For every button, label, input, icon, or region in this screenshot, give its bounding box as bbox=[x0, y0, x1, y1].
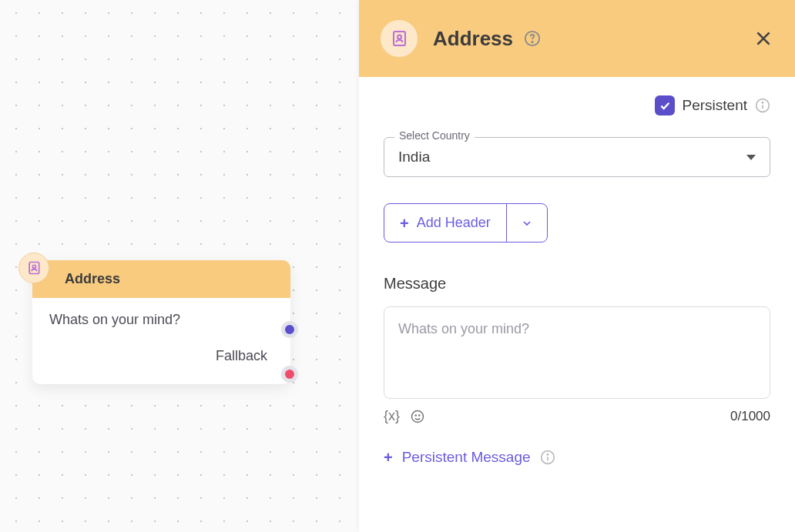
message-label: Message bbox=[384, 275, 770, 293]
panel-body: Persistent Select Country India + Add He… bbox=[359, 77, 795, 532]
panel-title: Address bbox=[433, 27, 513, 51]
message-input[interactable]: Whats on your mind? bbox=[384, 306, 770, 399]
node-prompt: Whats on your mind? bbox=[49, 312, 273, 328]
plus-icon: + bbox=[384, 450, 393, 465]
address-icon bbox=[381, 20, 418, 57]
persistent-message-label: Persistent Message bbox=[402, 449, 531, 466]
svg-point-17 bbox=[412, 410, 424, 422]
svg-point-11 bbox=[532, 42, 532, 42]
add-header-button[interactable]: + Add Header bbox=[384, 204, 506, 242]
add-header-dropdown[interactable] bbox=[506, 204, 547, 242]
country-select-label: Select Country bbox=[394, 129, 475, 142]
svg-point-1 bbox=[32, 265, 35, 268]
close-button[interactable] bbox=[753, 28, 773, 49]
persistent-row: Persistent bbox=[384, 95, 770, 115]
info-icon[interactable] bbox=[755, 98, 770, 113]
persistent-label: Persistent bbox=[683, 97, 747, 114]
add-header-group: + Add Header bbox=[384, 203, 548, 243]
country-select-wrap: Select Country India bbox=[384, 137, 770, 177]
flow-canvas[interactable]: Address Whats on your mind? Fallback bbox=[0, 0, 359, 532]
persistent-message-button[interactable]: + Persistent Message bbox=[384, 449, 770, 466]
node-body: Whats on your mind? Fallback bbox=[32, 298, 290, 384]
output-port-fallback[interactable] bbox=[281, 366, 298, 383]
svg-point-16 bbox=[762, 102, 763, 103]
emoji-icon[interactable] bbox=[411, 410, 424, 423]
country-select-value: India bbox=[398, 149, 430, 166]
node-title: Address bbox=[32, 260, 290, 298]
fallback-label: Fallback bbox=[49, 348, 273, 364]
char-counter: 0/1000 bbox=[730, 409, 770, 424]
chevron-down-icon bbox=[746, 155, 756, 160]
help-icon[interactable] bbox=[524, 30, 541, 47]
persistent-checkbox[interactable] bbox=[655, 95, 675, 115]
output-port-main[interactable] bbox=[281, 321, 298, 338]
svg-point-22 bbox=[547, 454, 548, 455]
add-header-label: Add Header bbox=[417, 215, 491, 231]
variable-icon[interactable]: {x} bbox=[384, 408, 400, 424]
svg-point-19 bbox=[419, 414, 420, 415]
svg-point-6 bbox=[398, 35, 401, 39]
address-node[interactable]: Address Whats on your mind? Fallback bbox=[32, 260, 290, 384]
settings-panel: Address Persistent Select Country India bbox=[359, 0, 795, 532]
address-icon bbox=[18, 253, 49, 283]
message-toolbar: {x} 0/1000 bbox=[384, 408, 770, 424]
svg-point-18 bbox=[415, 414, 416, 415]
country-select[interactable]: India bbox=[384, 137, 770, 177]
info-icon[interactable] bbox=[540, 450, 555, 465]
panel-header: Address bbox=[359, 0, 795, 77]
plus-icon: + bbox=[400, 216, 409, 231]
